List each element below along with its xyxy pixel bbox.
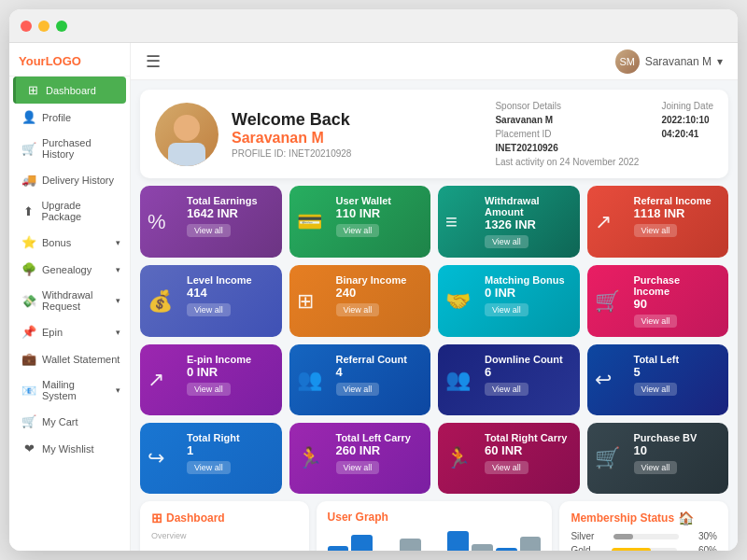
placement-label: Placement ID: [495, 129, 639, 139]
matching-bonus-icon: 🤝: [445, 289, 471, 314]
joining-value: 2022:10:10: [661, 115, 713, 125]
membership-item-1: Gold 60%: [571, 545, 717, 551]
total-earnings-viewall-button[interactable]: View all: [187, 224, 231, 237]
epin-icon: 📌: [21, 325, 36, 339]
matching-bonus-value: 0 INR: [485, 286, 569, 300]
main-content: Welcome Back Saravanan M PROFILE ID: INE…: [131, 80, 738, 551]
downline-count-value: 6: [485, 365, 569, 379]
withdrawal-amount-value: 1326 INR: [485, 217, 569, 231]
total-left-viewall-button[interactable]: View all: [634, 383, 678, 396]
sidebar-label-upgrade: Upgrade Package: [41, 200, 120, 222]
total-left-title: Total Left: [634, 354, 718, 365]
purchase-bv-content: Purchase BV 10 View all: [634, 432, 718, 474]
upgrade-icon: ⬆: [21, 204, 35, 218]
wallet-icon: 💼: [21, 352, 36, 366]
sidebar-label-dashboard: Dashboard: [46, 85, 96, 96]
welcome-details: Sponsor Details Saravanan M Placement ID…: [495, 101, 713, 167]
logo: YourLOGO: [9, 43, 130, 77]
purchase-bv-viewall-button[interactable]: View all: [634, 461, 678, 474]
membership-progress-fill-1: [612, 548, 651, 552]
graph-bar-8: [520, 537, 542, 551]
withdrawal-amount-viewall-button[interactable]: View all: [485, 235, 529, 248]
sidebar-item-mycart[interactable]: 🛒 My Cart: [9, 408, 130, 435]
sidebar-item-purchased[interactable]: 🛒 Purchased History: [9, 131, 130, 166]
epin-income-viewall-button[interactable]: View all: [187, 383, 231, 396]
card-downline-count: 👥 Downline Count 6 View all: [438, 344, 580, 415]
membership-item-label-0: Silver: [571, 531, 594, 541]
browser-chrome: [9, 9, 738, 43]
total-left-carry-content: Total Left Carry 260 INR View all: [336, 432, 420, 474]
referral-count-value: 4: [336, 365, 420, 379]
joining-col: Joining Date 2022:10:10 04:20:41: [661, 101, 713, 167]
card-total-left-carry: 🏃 Total Left Carry 260 INR View all: [289, 423, 431, 494]
card-total-left: ↩ Total Left 5 View all: [587, 344, 729, 415]
sidebar-label-epin: Epin: [42, 327, 63, 338]
referral-income-value: 1118 INR: [634, 206, 718, 220]
sidebar-label-mailing: Mailing System: [42, 379, 110, 401]
card-epin-income: ↗ E-pin Income 0 INR View all: [140, 344, 282, 415]
sidebar-item-dashboard[interactable]: ⊞ Dashboard: [13, 77, 126, 104]
avatar-body: [168, 143, 205, 166]
sidebar-item-withdrawal[interactable]: 💸 Withdrawal Request ▾: [9, 283, 130, 318]
graph-bar-7: [496, 548, 517, 551]
card-withdrawal-amount: ≡ Withdrawal Amount 1326 INR View all: [438, 186, 580, 258]
sidebar-nav: ⊞ Dashboard 👤 Profile 🛒 Purchased Histor…: [9, 77, 130, 551]
mailing-arrow: ▾: [116, 385, 120, 395]
matching-bonus-content: Matching Bonus 0 INR View all: [485, 274, 569, 316]
sidebar-item-mailing[interactable]: 📧 Mailing System ▾: [9, 372, 130, 408]
referral-income-icon: ↗: [595, 210, 612, 234]
membership-icon: 🏠: [678, 511, 694, 525]
bonus-icon: ⭐: [21, 235, 36, 249]
user-wallet-viewall-button[interactable]: View all: [336, 224, 380, 237]
sidebar-item-wallet[interactable]: 💼 Wallet Statement: [9, 345, 130, 372]
binary-income-viewall-button[interactable]: View all: [336, 303, 380, 316]
purchase-income-icon: 🛒: [595, 289, 620, 314]
binary-income-content: Binary Income 240 View all: [336, 274, 420, 316]
cart-icon: 🛒: [21, 142, 36, 156]
sponsor-col: Sponsor Details Saravanan M Placement ID…: [495, 101, 639, 167]
avatar-head: [174, 115, 200, 141]
total-right-viewall-button[interactable]: View all: [187, 461, 231, 474]
withdrawal-amount-title: Withdrawal Amount: [485, 195, 569, 217]
level-income-viewall-button[interactable]: View all: [187, 303, 231, 316]
epin-arrow: ▾: [116, 328, 120, 337]
purchase-bv-icon: 🛒: [595, 446, 620, 470]
bonus-arrow: ▾: [116, 238, 120, 247]
welcome-username: Saravanan M: [232, 130, 482, 147]
downline-count-viewall-button[interactable]: View all: [485, 383, 529, 396]
total-right-carry-viewall-button[interactable]: View all: [485, 461, 529, 474]
referral-income-viewall-button[interactable]: View all: [634, 224, 678, 237]
referral-count-viewall-button[interactable]: View all: [336, 383, 380, 396]
sidebar-label-bonus: Bonus: [42, 237, 71, 248]
card-purchase-bv: 🛒 Purchase BV 10 View all: [587, 423, 729, 494]
membership-progress-fill-0: [613, 534, 633, 539]
graph-bars-container: [328, 529, 542, 551]
epin-income-content: E-pin Income 0 INR View all: [187, 354, 271, 396]
epin-income-value: 0 INR: [187, 365, 271, 379]
user-avatar: [155, 103, 218, 166]
graph-bar-6: [472, 544, 493, 551]
user-menu[interactable]: SM Saravanan M ▾: [615, 49, 723, 74]
user-wallet-value: 110 INR: [336, 206, 420, 220]
total-left-carry-title: Total Left Carry: [336, 432, 420, 443]
sidebar-item-wishlist[interactable]: ❤ My Wishlist: [9, 435, 130, 462]
total-right-carry-value: 60 INR: [485, 443, 569, 457]
hamburger-button[interactable]: ☰: [146, 51, 161, 72]
matching-bonus-viewall-button[interactable]: View all: [485, 303, 529, 316]
referral-count-title: Referral Count: [336, 354, 420, 365]
sidebar-item-upgrade[interactable]: ⬆ Upgrade Package: [9, 193, 130, 229]
binary-income-title: Binary Income: [336, 274, 420, 286]
sidebar-item-bonus[interactable]: ⭐ Bonus ▾: [9, 229, 130, 256]
purchase-income-viewall-button[interactable]: View all: [634, 315, 678, 328]
sidebar-item-delivery[interactable]: 🚚 Delivery History: [9, 166, 130, 193]
total-right-content: Total Right 1 View all: [187, 432, 271, 474]
total-left-carry-viewall-button[interactable]: View all: [336, 461, 380, 474]
sidebar-item-genealogy[interactable]: 🌳 Genealogy ▾: [9, 256, 130, 283]
downline-count-title: Downline Count: [485, 354, 569, 365]
sidebar-item-epin[interactable]: 📌 Epin ▾: [9, 318, 130, 345]
sidebar-item-profile[interactable]: 👤 Profile: [9, 104, 130, 131]
delivery-icon: 🚚: [21, 173, 36, 187]
referral-income-content: Referral Income 1118 INR View all: [634, 195, 718, 237]
epin-income-icon: ↗: [148, 368, 164, 392]
referral-income-title: Referral Income: [634, 195, 718, 206]
